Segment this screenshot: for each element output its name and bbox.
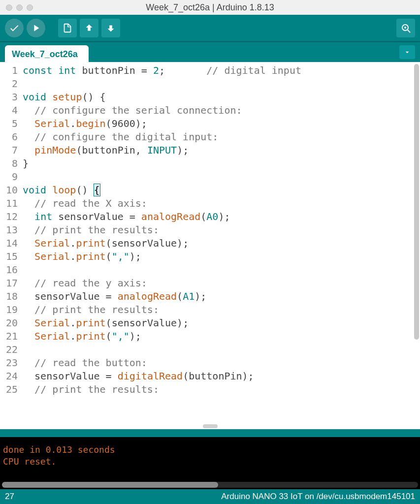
line-number-gutter: 1234567891011121314151617181920212223242… [0, 62, 21, 429]
sketch-tab[interactable]: Week_7_oct26a [5, 45, 89, 63]
code-line[interactable]: const int buttonPin = 2; // digital inpu… [23, 64, 413, 77]
code-line[interactable]: Serial.print(sensorValue); [23, 237, 413, 250]
line-number: 25 [0, 383, 18, 396]
line-number: 5 [0, 117, 18, 130]
code-line[interactable]: // read the X axis: [23, 197, 413, 210]
line-number: 21 [0, 330, 18, 343]
status-line-number: 27 [5, 492, 14, 502]
code-line[interactable]: Serial.print(sensorValue); [23, 316, 413, 330]
code-line[interactable]: Serial.print(","); [23, 330, 413, 343]
code-line[interactable]: sensorValue = analogRead(A1); [23, 290, 413, 303]
code-line[interactable]: int sensorValue = analogRead(A0); [23, 210, 413, 223]
line-number: 4 [0, 104, 18, 117]
minimize-window-button[interactable] [16, 4, 23, 11]
line-number: 18 [0, 290, 18, 303]
toolbar [0, 15, 420, 42]
code-line[interactable]: // print the results: [23, 303, 413, 316]
line-number: 15 [0, 250, 18, 263]
code-line[interactable]: // read the y axis: [23, 277, 413, 290]
line-number: 10 [0, 184, 18, 197]
code-line[interactable] [23, 343, 413, 356]
code-editor[interactable]: 1234567891011121314151617181920212223242… [0, 62, 420, 429]
code-line[interactable] [23, 77, 413, 91]
code-line[interactable]: void loop() { [23, 184, 413, 197]
code-line[interactable]: // configure the serial connection: [23, 104, 413, 117]
line-number: 23 [0, 356, 18, 370]
console-line: CPU reset. [3, 456, 416, 468]
status-board-port: Arduino NANO 33 IoT on /dev/cu.usbmodem1… [221, 492, 415, 502]
code-line[interactable]: // print the results: [23, 223, 413, 237]
zoom-window-button[interactable] [27, 4, 33, 11]
line-number: 24 [0, 370, 18, 383]
line-number: 19 [0, 303, 18, 316]
line-number: 12 [0, 210, 18, 223]
console-line: done in 0.013 seconds [3, 444, 416, 456]
code-line[interactable]: // read the button: [23, 356, 413, 370]
line-number: 20 [0, 316, 18, 330]
verify-button[interactable] [5, 19, 24, 37]
scrollbar-thumb[interactable] [414, 64, 419, 340]
code-line[interactable]: void setup() { [23, 91, 413, 104]
code-line[interactable]: pinMode(buttonPin, INPUT); [23, 144, 413, 157]
line-number: 14 [0, 237, 18, 250]
line-number: 1 [0, 64, 18, 77]
output-console[interactable]: done in 0.013 secondsCPU reset. [0, 442, 420, 480]
upload-button[interactable] [27, 19, 45, 37]
console-horizontal-scrollbar[interactable] [0, 480, 420, 489]
close-window-button[interactable] [6, 4, 12, 11]
new-sketch-button[interactable] [58, 19, 77, 37]
status-bar: 27 Arduino NANO 33 IoT on /dev/cu.usbmod… [0, 489, 420, 504]
open-sketch-button[interactable] [80, 19, 98, 37]
sketch-tab-label: Week_7_oct26a [12, 49, 78, 59]
traffic-lights [6, 4, 33, 11]
editor-bottom-scroll-nub[interactable] [203, 424, 218, 428]
line-number: 2 [0, 77, 18, 91]
code-line[interactable]: Serial.begin(9600); [23, 117, 413, 130]
console-scroll-thumb[interactable] [2, 482, 218, 488]
tab-menu-button[interactable] [399, 45, 415, 59]
code-line[interactable]: // print the results: [23, 383, 413, 396]
svg-point-2 [404, 27, 406, 29]
code-line[interactable]: Serial.print(","); [23, 250, 413, 263]
line-number: 17 [0, 277, 18, 290]
code-line[interactable]: // configure the digital input: [23, 130, 413, 144]
code-area[interactable]: const int buttonPin = 2; // digital inpu… [21, 62, 413, 429]
line-number: 16 [0, 263, 18, 277]
line-number: 3 [0, 91, 18, 104]
editor-console-divider[interactable] [0, 429, 420, 437]
svg-line-1 [408, 30, 410, 32]
line-number: 6 [0, 130, 18, 144]
editor-vertical-scrollbar[interactable] [413, 62, 420, 429]
line-number: 13 [0, 223, 18, 237]
tab-bar: Week_7_oct26a [0, 42, 420, 62]
line-number: 22 [0, 343, 18, 356]
line-number: 8 [0, 157, 18, 170]
code-line[interactable] [23, 263, 413, 277]
window-title: Week_7_oct26a | Arduino 1.8.13 [0, 2, 420, 13]
code-line[interactable]: } [23, 157, 413, 170]
serial-monitor-button[interactable] [396, 19, 415, 37]
console-top-strip [0, 437, 420, 442]
line-number: 7 [0, 144, 18, 157]
save-sketch-button[interactable] [101, 19, 120, 37]
code-line[interactable]: sensorValue = digitalRead(buttonPin); [23, 370, 413, 383]
window-titlebar: Week_7_oct26a | Arduino 1.8.13 [0, 0, 420, 15]
line-number: 11 [0, 197, 18, 210]
code-line[interactable] [23, 170, 413, 184]
line-number: 9 [0, 170, 18, 184]
